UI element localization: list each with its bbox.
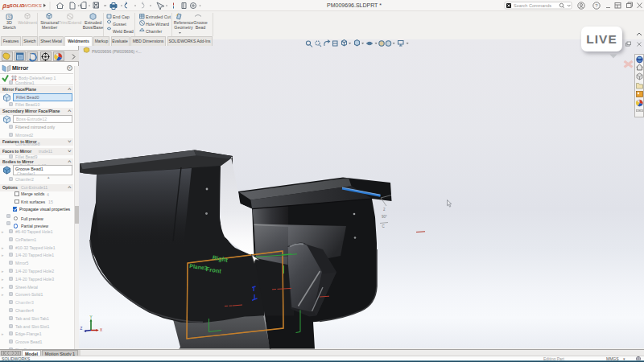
svg-text:PM009696 (PM009696) <...: PM009696 (PM009696) <... [92,49,142,54]
svg-text:X: X [100,328,102,332]
svg-text:C: C [382,224,386,228]
svg-text:Y: Y [89,315,92,319]
svg-text:Z: Z [80,327,83,331]
svg-text:2: 2 [383,208,386,212]
svg-text:90°: 90° [382,215,387,219]
